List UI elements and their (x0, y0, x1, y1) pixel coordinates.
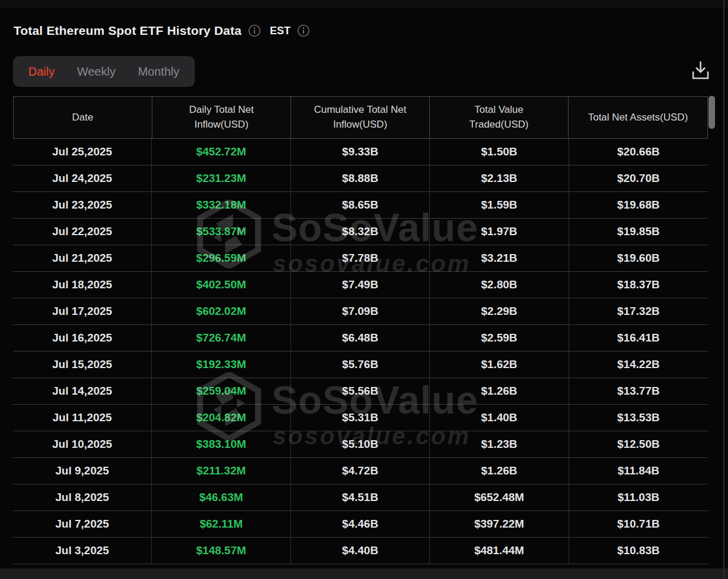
table-row: Jul 3,2025 $148.57M $4.40B $481.44M $10.… (13, 538, 708, 564)
table-row: Jul 23,2025 $332.18M $8.65B $1.59B $19.6… (13, 192, 708, 219)
cell-daily-net-inflow: $383.10M (152, 431, 290, 457)
cell-total-net-assets: $10.83B (569, 538, 708, 564)
cell-date: Jul 3,2025 (13, 538, 152, 564)
cell-daily-net-inflow: $402.50M (152, 272, 290, 298)
cell-date: Jul 9,2025 (13, 458, 152, 484)
cell-total-net-assets: $13.77B (569, 378, 708, 404)
cell-total-net-assets: $19.68B (569, 192, 708, 218)
timezone-info-icon[interactable] (297, 24, 310, 37)
cell-cumulative-net-inflow: $5.31B (291, 405, 430, 431)
cell-total-net-assets: $16.41B (569, 325, 708, 351)
cell-daily-net-inflow: $452.72M (152, 139, 290, 165)
cell-cumulative-net-inflow: $4.51B (291, 484, 430, 510)
cell-date: Jul 8,2025 (13, 484, 152, 510)
cell-total-value-traded: $397.22M (430, 511, 569, 537)
table-body: Jul 25,2025 $452.72M $9.33B $1.50B $20.6… (13, 139, 708, 564)
cell-total-value-traded: $1.26B (430, 458, 569, 484)
cell-date: Jul 25,2025 (13, 139, 152, 165)
vertical-scrollbar-thumb[interactable] (709, 96, 715, 129)
cell-date: Jul 22,2025 (13, 219, 152, 245)
cell-daily-net-inflow: $62.11M (152, 511, 290, 537)
cell-total-value-traded: $1.50B (430, 139, 569, 165)
cell-total-net-assets: $19.85B (569, 219, 708, 245)
cell-cumulative-net-inflow: $8.65B (291, 192, 430, 218)
cell-cumulative-net-inflow: $4.72B (291, 458, 430, 484)
table-header-row: Date Daily Total Net Inflow(USD) Cumulat… (13, 96, 708, 139)
table-row: Jul 8,2025 $46.63M $4.51B $652.48M $11.0… (13, 484, 708, 511)
cell-cumulative-net-inflow: $9.33B (291, 139, 430, 165)
column-header-total-value-traded: Total Value Traded(USD) (430, 97, 569, 138)
table-row: Jul 14,2025 $259.04M $5.56B $1.26B $13.7… (13, 378, 708, 405)
cell-cumulative-net-inflow: $7.09B (291, 298, 430, 324)
cell-cumulative-net-inflow: $5.76B (291, 352, 430, 378)
table-row: Jul 24,2025 $231.23M $8.88B $2.13B $20.7… (13, 165, 708, 192)
cell-total-value-traded: $2.80B (430, 272, 569, 298)
title-info-icon[interactable] (248, 24, 261, 37)
cell-daily-net-inflow: $192.33M (152, 352, 290, 378)
cell-total-value-traded: $1.23B (430, 431, 569, 457)
cell-cumulative-net-inflow: $6.48B (291, 325, 430, 351)
column-header-daily-net-inflow: Daily Total Net Inflow(USD) (152, 97, 291, 138)
cell-daily-net-inflow: $148.57M (152, 538, 290, 564)
cell-daily-net-inflow: $726.74M (152, 325, 290, 351)
top-edge-strip (0, 0, 728, 8)
table-row: Jul 7,2025 $62.11M $4.46B $397.22M $10.7… (13, 511, 708, 538)
download-icon (691, 73, 710, 83)
cell-total-net-assets: $11.03B (569, 484, 708, 510)
cell-total-net-assets: $18.37B (569, 272, 708, 298)
cell-daily-net-inflow: $211.32M (152, 458, 290, 484)
cell-daily-net-inflow: $46.63M (152, 484, 290, 510)
cell-date: Jul 7,2025 (13, 511, 152, 537)
cell-total-value-traded: $1.97B (430, 219, 569, 245)
cell-date: Jul 17,2025 (13, 298, 152, 324)
column-header-date: Date (14, 97, 152, 138)
cell-total-value-traded: $481.44M (430, 538, 569, 564)
cell-total-net-assets: $14.22B (569, 352, 708, 378)
cell-daily-net-inflow: $533.87M (152, 219, 290, 245)
column-header-cumulative-net-inflow: Cumulative Total Net Inflow(USD) (291, 97, 430, 138)
cell-total-net-assets: $20.66B (569, 139, 708, 165)
tab-weekly[interactable]: Weekly (77, 65, 115, 79)
cell-total-value-traded: $1.59B (430, 192, 569, 218)
cell-total-value-traded: $2.13B (430, 165, 569, 191)
cell-cumulative-net-inflow: $7.78B (291, 245, 430, 271)
cell-daily-net-inflow: $296.59M (152, 245, 290, 271)
timezone-label: EST (270, 25, 290, 37)
table-row: Jul 21,2025 $296.59M $7.78B $3.21B $19.6… (13, 245, 708, 272)
table-row: Jul 16,2025 $726.74M $6.48B $2.59B $16.4… (13, 325, 708, 352)
cell-daily-net-inflow: $204.82M (152, 405, 290, 431)
table-row: Jul 22,2025 $533.87M $8.32B $1.97B $19.8… (13, 219, 708, 245)
etf-history-panel: Total Ethereum Spot ETF History Data EST… (0, 0, 728, 579)
table-row: Jul 10,2025 $383.10M $5.10B $1.23B $12.5… (13, 431, 708, 458)
table-row: Jul 17,2025 $602.02M $7.09B $2.29B $17.3… (13, 298, 708, 325)
tab-monthly[interactable]: Monthly (138, 65, 179, 79)
table-row: Jul 9,2025 $211.32M $4.72B $1.26B $11.84… (13, 458, 708, 484)
cell-total-net-assets: $17.32B (569, 298, 708, 324)
table-row: Jul 25,2025 $452.72M $9.33B $1.50B $20.6… (13, 139, 708, 165)
cell-total-value-traded: $1.62B (430, 352, 569, 378)
cell-total-net-assets: $12.50B (569, 431, 708, 457)
cell-total-net-assets: $19.60B (569, 245, 708, 271)
tab-daily[interactable]: Daily (28, 65, 54, 79)
cell-date: Jul 24,2025 (13, 165, 152, 191)
cell-daily-net-inflow: $231.23M (152, 165, 290, 191)
cell-total-value-traded: $3.21B (430, 245, 569, 271)
cell-cumulative-net-inflow: $4.46B (291, 511, 430, 537)
cell-date: Jul 10,2025 (13, 431, 152, 457)
bottom-scrollbar-track[interactable] (0, 568, 728, 579)
cell-total-value-traded: $2.29B (430, 298, 569, 324)
cell-cumulative-net-inflow: $4.40B (291, 538, 430, 564)
cell-total-net-assets: $10.71B (569, 511, 708, 537)
cell-total-value-traded: $652.48M (430, 484, 569, 510)
page-title: Total Ethereum Spot ETF History Data (14, 24, 241, 38)
cell-total-value-traded: $1.40B (430, 405, 569, 431)
cell-date: Jul 23,2025 (13, 192, 152, 218)
cell-total-value-traded: $2.59B (430, 325, 569, 351)
period-tabs: Daily Weekly Monthly (13, 56, 195, 87)
cell-total-value-traded: $1.26B (430, 378, 569, 404)
cell-date: Jul 11,2025 (13, 405, 152, 431)
panel-header: Total Ethereum Spot ETF History Data EST (14, 24, 310, 38)
cell-total-net-assets: $20.70B (569, 165, 708, 191)
column-header-total-net-assets: Total Net Assets(USD) (569, 97, 707, 138)
download-button[interactable] (691, 60, 710, 83)
